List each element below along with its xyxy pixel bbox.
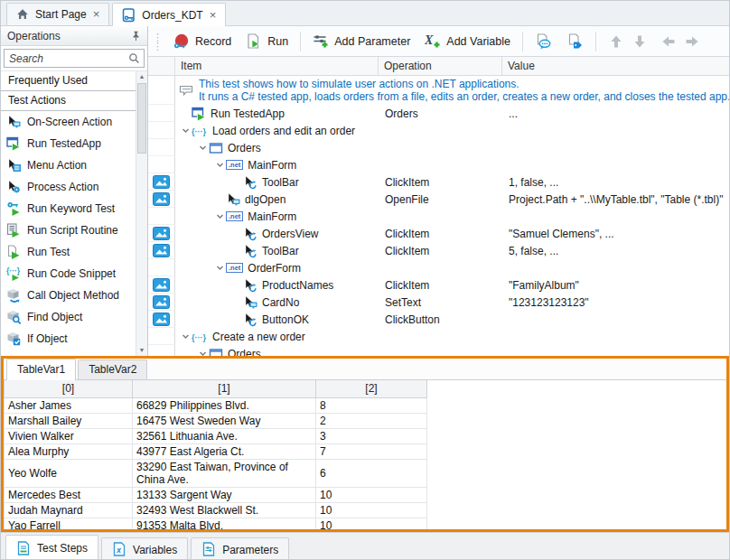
tablevar-cell[interactable]: 66829 Philippines Blvd. — [133, 397, 316, 413]
screenshot-thumbnail-icon[interactable] — [153, 227, 170, 240]
search-input[interactable] — [5, 52, 128, 65]
record-button[interactable]: Record — [166, 30, 238, 53]
tablevar-cell[interactable]: 13133 Sargent Way — [133, 487, 316, 502]
add-parameter-button[interactable]: Add Parameter — [306, 30, 416, 52]
column-header-value[interactable]: Value — [502, 57, 729, 75]
tablevar-cell[interactable]: Vivien Walker — [5, 428, 133, 443]
sidebar-item-run-code-snippet[interactable]: {···}Run Code Snippet — [1, 263, 136, 285]
tablevar-cell[interactable]: 43977 East Algeria Ct. — [133, 443, 316, 459]
tablevar-cell[interactable]: Yao Farrell — [5, 518, 133, 529]
tab-test-steps[interactable]: Test Steps — [5, 535, 98, 560]
tablevar-cell[interactable]: 6 — [316, 459, 427, 487]
tab-tablevar2[interactable]: TableVar2 — [78, 359, 147, 379]
sidebar-item-run-keyword-test[interactable]: Run Keyword Test — [1, 198, 136, 219]
sidebar-item-run-script-routine[interactable]: Run Script Routine — [1, 219, 136, 241]
comment-row[interactable]: This test shows how to simulate user act… — [148, 76, 729, 105]
add-label-button[interactable] — [560, 30, 590, 53]
tablevar-cell[interactable]: Yeo Wolfe — [5, 459, 133, 487]
test-step-row[interactable]: {···}Load orders and edit an order — [148, 122, 729, 139]
toolbar-grip[interactable]: ⋮⋮ — [153, 33, 161, 51]
chevron-down-icon[interactable] — [179, 126, 192, 135]
move-right-icon[interactable] — [685, 34, 699, 49]
tablevar-cell[interactable]: 32493 West Blackwell St. — [133, 502, 316, 518]
tablevar-cell[interactable]: Alea Murphy — [5, 443, 133, 459]
screenshot-thumbnail-icon[interactable] — [153, 278, 170, 292]
scroll-up-icon[interactable]: ▲ — [136, 71, 147, 82]
test-step-row[interactable]: Run TestedAppOrders... — [148, 105, 729, 122]
tablevar-cell[interactable]: Mercedes Best — [5, 487, 133, 502]
tablevar-cell[interactable]: Judah Maynard — [5, 502, 133, 518]
move-up-icon[interactable] — [609, 34, 623, 49]
close-icon[interactable]: × — [209, 11, 218, 20]
test-step-row[interactable]: ToolBarClickItem5, false, ... — [148, 242, 729, 259]
tab-variables[interactable]: x Variables — [101, 537, 188, 560]
test-step-row[interactable]: ButtonOKClickButton — [148, 311, 729, 328]
tablevar-column-header[interactable]: [0] — [5, 380, 133, 397]
tablevar-cell[interactable]: 16475 West Sweden Way — [133, 413, 316, 428]
test-step-row[interactable]: CardNoSetText"123123123123" — [148, 294, 729, 311]
tab-tablevar1[interactable]: TableVar1 — [6, 359, 76, 380]
test-step-row[interactable]: {···}Create a new order — [148, 328, 729, 345]
tab-start-page[interactable]: Start Page × — [6, 3, 109, 25]
run-button[interactable]: Run — [239, 30, 295, 52]
tab-orders-kdt[interactable]: Orders_KDT × — [112, 3, 226, 26]
scrollbar-thumb[interactable] — [137, 83, 146, 154]
screenshot-thumbnail-icon[interactable] — [153, 244, 170, 257]
chevron-down-icon[interactable] — [213, 263, 226, 273]
tablevar-cell[interactable]: 32561 Lithuania Ave. — [133, 428, 316, 443]
column-header-item[interactable]: Item — [175, 57, 379, 75]
scroll-down-icon[interactable]: ▼ — [136, 345, 147, 356]
test-step-row[interactable]: ToolBarClickItem1, false, ... — [148, 173, 729, 191]
tablevar-cell[interactable]: 10 — [316, 502, 427, 518]
test-step-row[interactable]: Orders — [148, 345, 729, 356]
sidebar-item-on-screen-action[interactable]: On-Screen Action — [1, 111, 136, 133]
screenshot-thumbnail-icon[interactable] — [153, 175, 170, 189]
chevron-down-icon[interactable] — [213, 160, 226, 170]
test-step-row[interactable]: dlgOpenOpenFileProject.Path + "..\\MyTab… — [148, 191, 729, 208]
test-step-row[interactable]: ProductNamesClickItem"FamilyAlbum" — [148, 276, 729, 294]
test-step-row[interactable]: .netOrderForm — [148, 259, 729, 276]
tablevar-cell[interactable]: 10 — [316, 487, 427, 502]
operations-scrollbar[interactable]: ▲ ▼ — [136, 71, 147, 356]
tablevar-cell[interactable]: 91353 Malta Blvd. — [133, 518, 316, 529]
sidebar-item-if-object[interactable]: If Object — [1, 328, 136, 350]
tablevar-cell[interactable]: 33290 East Taiwan, Province of China Ave… — [133, 459, 316, 487]
chevron-down-icon[interactable] — [213, 211, 226, 221]
move-down-icon[interactable] — [632, 34, 647, 49]
group-icon: {···} — [192, 126, 208, 136]
column-header-operation[interactable]: Operation — [379, 57, 502, 75]
screenshot-thumbnail-icon[interactable] — [153, 295, 170, 309]
operations-group-header[interactable]: Frequently Used — [1, 71, 136, 91]
move-left-icon[interactable] — [661, 34, 676, 49]
tablevar-cell[interactable]: Asher James — [5, 397, 133, 413]
test-step-row[interactable]: .netMainForm — [148, 208, 729, 225]
chevron-down-icon[interactable] — [196, 143, 209, 153]
tablevar-cell[interactable]: 2 — [316, 413, 427, 428]
tablevar-column-header[interactable]: [1] — [133, 380, 316, 397]
tablevar-cell[interactable]: 7 — [316, 443, 427, 459]
add-variable-button[interactable]: X Add Variable — [418, 30, 517, 52]
screenshot-thumbnail-icon[interactable] — [153, 313, 170, 326]
chevron-down-icon[interactable] — [196, 349, 209, 356]
sidebar-item-call-object-method[interactable]: Call Object Method — [1, 285, 136, 306]
sidebar-item-find-object[interactable]: Find Object — [1, 306, 136, 328]
tab-parameters[interactable]: Parameters — [191, 537, 289, 560]
test-step-row[interactable]: Orders — [148, 139, 729, 156]
sidebar-item-menu-action[interactable]: Menu Action — [1, 154, 136, 176]
chevron-down-icon[interactable] — [179, 331, 192, 341]
tablevar-cell[interactable]: 8 — [316, 397, 427, 413]
test-step-row[interactable]: .netMainForm — [148, 156, 729, 173]
sidebar-item-run-testedapp[interactable]: Run TestedApp — [1, 133, 136, 154]
add-comment-button[interactable] — [529, 30, 558, 53]
tablevar-column-header[interactable]: [2] — [316, 380, 427, 397]
tablevar-cell[interactable]: 3 — [316, 428, 427, 443]
sidebar-item-run-test[interactable]: Run Test — [1, 241, 136, 263]
tablevar-cell[interactable]: 10 — [316, 518, 427, 529]
test-step-row[interactable]: OrdersViewClickItem"Samuel Clemens", ... — [148, 225, 729, 242]
operations-group-header[interactable]: Test Actions — [1, 91, 136, 111]
sidebar-item-process-action[interactable]: Process Action — [1, 176, 136, 198]
close-icon[interactable]: × — [92, 10, 101, 19]
pin-icon[interactable] — [131, 31, 141, 42]
tablevar-cell[interactable]: Marshall Bailey — [5, 413, 133, 428]
screenshot-thumbnail-icon[interactable] — [153, 192, 170, 206]
